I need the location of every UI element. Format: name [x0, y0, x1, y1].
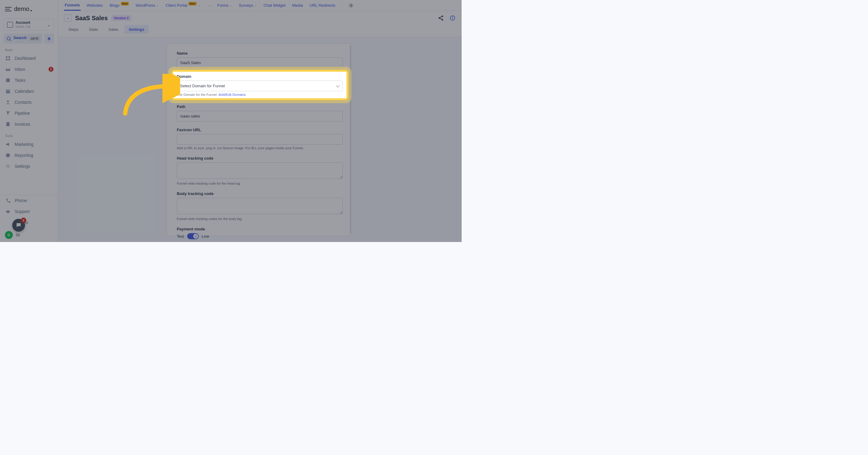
field-body-tracking: Body tracking code Funnel wide tracking … — [177, 191, 343, 221]
nav-pipeline[interactable]: Pipeline — [0, 108, 58, 119]
nav-label: Reporting — [14, 153, 33, 158]
svg-point-22 — [452, 17, 453, 17]
svg-rect-3 — [8, 57, 10, 58]
sidebar: demo Account Irvine, CA ⌄ Search ctrl K … — [0, 0, 58, 242]
svg-point-16 — [439, 18, 440, 18]
nav-phone[interactable]: Phone — [0, 195, 58, 206]
tab-surveys[interactable]: Surveys ⌄ — [238, 0, 257, 11]
svg-rect-4 — [6, 59, 7, 60]
field-path: Path — [177, 104, 343, 122]
tab-chat-widget[interactable]: Chat Widget — [263, 0, 286, 11]
subtab-steps[interactable]: Steps — [64, 25, 83, 34]
name-input[interactable] — [177, 57, 343, 68]
nav-dashboard[interactable]: Dashboard — [0, 53, 58, 64]
phone-icon — [5, 197, 11, 203]
settings-card: Name Domain Select Domain for Funnel The… — [167, 43, 353, 236]
tab-funnels[interactable]: Funnels — [64, 0, 81, 11]
gear-icon — [5, 163, 11, 169]
nav-notifications[interactable]: cations — [0, 217, 58, 228]
nav-calendars[interactable]: Calendars — [0, 86, 58, 97]
subtab-settings[interactable]: Settings — [124, 25, 148, 34]
svg-point-0 — [7, 37, 10, 40]
subtab-sales[interactable]: Sales — [104, 25, 123, 34]
tasks-icon — [5, 77, 11, 83]
svg-point-11 — [6, 154, 10, 158]
brand-logo: demo — [14, 5, 29, 12]
nav-label: Pipeline — [14, 111, 30, 116]
account-switcher[interactable]: Account Irvine, CA ⌄ — [4, 19, 54, 31]
head-input[interactable] — [177, 162, 343, 179]
path-input[interactable] — [177, 111, 343, 122]
nav-inbox[interactable]: Inbox2 — [0, 64, 58, 75]
dashboard-icon — [5, 55, 11, 61]
chevron-down-icon: ⌄ — [156, 4, 159, 7]
calendar-icon — [5, 88, 11, 94]
path-label: Path — [177, 104, 343, 109]
svg-rect-6 — [6, 78, 10, 82]
add-edit-domains-link[interactable]: Add/Edit Domains — [219, 93, 246, 96]
invoices-icon — [5, 121, 11, 127]
settings-button[interactable] — [348, 3, 354, 8]
back-button[interactable]: ‹ — [64, 14, 71, 22]
nav-label: ile — [16, 232, 20, 237]
svg-line-1 — [10, 40, 11, 41]
info-button[interactable] — [450, 15, 456, 21]
nav-support[interactable]: Support — [0, 206, 58, 217]
field-head-tracking: Head tracking code Funnel wide tracking … — [177, 156, 343, 185]
nav-marketing[interactable]: Marketing — [0, 139, 58, 150]
body-input[interactable] — [177, 198, 343, 214]
search-label: Search — [13, 35, 27, 40]
domain-select[interactable]: Select Domain for Funnel — [177, 80, 343, 91]
tab-unknown[interactable]: ⌄ — [207, 0, 211, 11]
nav-label: Invoices — [14, 122, 30, 127]
svg-rect-7 — [6, 90, 10, 93]
avatar: G — [5, 231, 13, 239]
nav-label: Marketing — [14, 142, 33, 147]
search-button[interactable]: Search ctrl K — [4, 34, 42, 44]
nav-label: Calendars — [14, 89, 34, 94]
tab-forms[interactable]: Forms ⌄ — [217, 0, 233, 11]
payment-toggle[interactable] — [187, 233, 199, 239]
divider — [342, 3, 342, 8]
chat-fab[interactable]: 9 — [12, 219, 25, 232]
content-area: Name Domain Select Domain for Funnel The… — [58, 37, 462, 242]
tab-client-portal[interactable]: Client PortalNew ⌄ — [165, 0, 200, 11]
payment-left: Test — [177, 234, 184, 239]
section-apps-label: Apps — [0, 44, 58, 53]
nav-label: Settings — [14, 164, 30, 169]
tab-media[interactable]: Media — [291, 0, 304, 11]
nav-label: Tasks — [14, 78, 26, 83]
nav-invoices[interactable]: Invoices — [0, 119, 58, 130]
svg-rect-10 — [6, 122, 10, 127]
nav-settings[interactable]: Settings — [0, 161, 58, 172]
nav-contacts[interactable]: Contacts — [0, 97, 58, 108]
nav-reporting[interactable]: Reporting — [0, 150, 58, 161]
field-favicon: Favicon URL Add a URL to your .png or .i… — [177, 128, 343, 150]
nav-tasks[interactable]: Tasks — [0, 75, 58, 86]
hamburger-icon[interactable] — [5, 7, 11, 11]
nav-label: Inbox — [14, 67, 25, 72]
favicon-input[interactable] — [177, 134, 343, 144]
gear-icon — [348, 3, 354, 8]
quick-action-button[interactable] — [44, 34, 54, 44]
page-title: SaaS Sales — [75, 14, 108, 22]
new-badge: New — [121, 2, 129, 5]
domain-label: Domain — [177, 74, 343, 79]
field-payment-mode: Payment mode Test Live — [177, 227, 343, 239]
svg-point-14 — [350, 5, 352, 6]
nav-label: Dashboard — [14, 56, 36, 61]
tab-wordpress[interactable]: WordPress ⌄ — [135, 0, 159, 11]
inbox-icon — [5, 66, 11, 72]
svg-point-15 — [442, 16, 443, 17]
tab-url-redirects[interactable]: URL Redirects — [309, 0, 336, 11]
top-nav: Funnels Websites BlogsNew WordPress ⌄ Cl… — [58, 0, 462, 11]
chevron-down-icon: ⌄ — [229, 4, 232, 7]
tab-websites[interactable]: Websites — [86, 0, 103, 11]
subtab-stats[interactable]: Stats — [85, 25, 102, 34]
search-shortcut: ctrl K — [29, 36, 40, 41]
nav-profile[interactable]: G ile 9 — [0, 228, 58, 242]
share-button[interactable] — [438, 15, 444, 21]
tab-blogs[interactable]: BlogsNew — [109, 0, 129, 11]
sub-nav: Steps Stats Sales Settings — [58, 25, 462, 37]
check-icon — [194, 235, 197, 238]
